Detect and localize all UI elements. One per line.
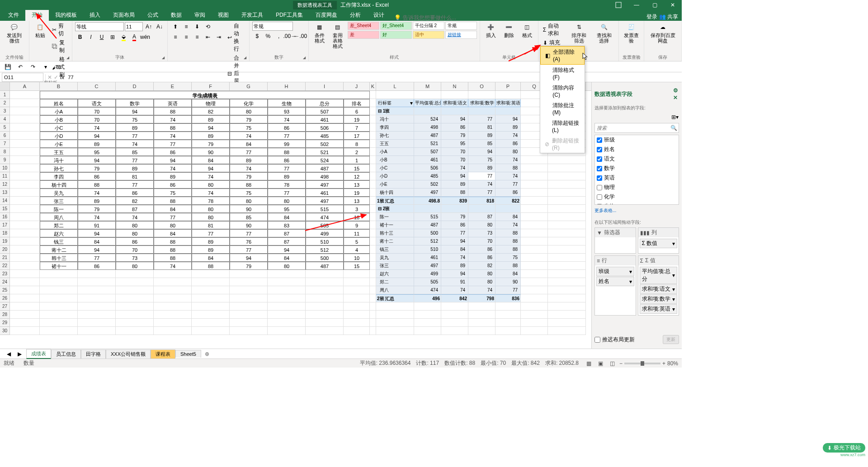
tab-insert[interactable]: 插入 [83, 9, 107, 21]
tab-layout[interactable]: 页面布局 [107, 9, 141, 21]
field-layout-button[interactable]: ⊞▾ [671, 113, 679, 121]
view-pagebreak-button[interactable]: ◫ [608, 359, 618, 368]
account-icon[interactable] [609, 0, 627, 10]
tab-data[interactable]: 数据 [165, 9, 188, 21]
field-item[interactable]: 数学 [595, 164, 679, 173]
style-hyperlink[interactable]: 超链接 [445, 31, 477, 39]
style-bad[interactable]: 差 [348, 31, 379, 39]
align-center-button[interactable]: ≡ [181, 32, 191, 42]
view-normal-button[interactable]: ▦ [584, 359, 594, 368]
add-sheet-button[interactable]: ⊕ [201, 351, 213, 357]
field-item[interactable]: 物理 [595, 183, 679, 192]
defer-layout-checkbox[interactable] [594, 337, 600, 343]
invoice-check-button[interactable]: 🧾发票查验 [622, 22, 641, 44]
tab-nav-prev[interactable]: ◀ [4, 349, 14, 359]
sheet-tab-3[interactable]: 田字格 [81, 349, 106, 359]
style-thousand[interactable]: 千位分隔 2 [413, 22, 444, 30]
fill-color-button[interactable]: ⬙ [118, 32, 128, 42]
sort-filter-button[interactable]: ⇅排序和筛选 [567, 22, 591, 44]
field-pane-gear-icon[interactable]: ⚙ [672, 87, 679, 94]
more-tables-link[interactable]: 更多表格... [594, 207, 679, 215]
decrease-font-button[interactable]: A↓ [155, 22, 165, 32]
increase-font-button[interactable]: A↑ [144, 22, 154, 32]
field-checkbox[interactable] [597, 156, 602, 162]
field-item[interactable]: 姓名 [595, 145, 679, 154]
delete-cells-button[interactable]: ➖删除 [501, 22, 517, 39]
tab-formula[interactable]: 公式 [141, 9, 165, 21]
sheet-tab-6[interactable]: Sheet5 [175, 350, 201, 358]
clear-contents-item[interactable]: 清除内容(C) [540, 82, 585, 100]
tab-nav-next[interactable]: ▶ [14, 349, 24, 359]
field-checkbox[interactable] [597, 185, 602, 190]
field-item[interactable]: 语文 [595, 154, 679, 164]
zoom-level[interactable]: 80% [667, 360, 678, 367]
font-size-select[interactable] [125, 22, 143, 31]
increase-decimal-button[interactable]: .00→ [285, 31, 295, 41]
field-chip[interactable]: 平均值项:总分▾ [640, 267, 678, 284]
align-right-button[interactable]: ≡ [192, 32, 202, 42]
field-chip[interactable]: 求和项:数学▾ [640, 294, 678, 304]
currency-button[interactable]: $ [252, 31, 262, 41]
indent-decrease-button[interactable]: ⇤ [203, 32, 213, 42]
italic-button[interactable]: I [86, 32, 96, 42]
field-item[interactable]: 生物 [595, 202, 679, 205]
field-chip[interactable]: 班级▾ [596, 267, 634, 276]
tab-review[interactable]: 审阅 [188, 9, 212, 21]
sheet-tab-5[interactable]: 课程表 [151, 349, 175, 359]
decrease-decimal-button[interactable]: ←.00 [296, 31, 306, 41]
border-button[interactable]: ⊞ [108, 32, 118, 42]
format-cells-button[interactable]: ◫格式 [519, 22, 535, 39]
cell-styles-gallery[interactable]: 差_Sheet4 好_Sheet4 千位分隔 2 常规 差 好 适中 超链接 [348, 22, 477, 39]
copy-button[interactable]: ⿻复制 [50, 38, 69, 55]
close-button[interactable]: ✕ [664, 0, 682, 10]
clear-formats-item[interactable]: 清除格式(F) [540, 65, 585, 82]
tab-mytemplate[interactable]: 我的模板 [49, 9, 83, 21]
find-select-button[interactable]: 🔍查找和选择 [592, 22, 616, 44]
tab-baidu[interactable]: 百度网盘 [309, 9, 344, 21]
align-bottom-button[interactable]: ⬇ [192, 22, 202, 32]
style-neutral[interactable]: 适中 [413, 31, 444, 39]
align-left-button[interactable]: ≡ [170, 32, 180, 42]
values-area[interactable]: ΣΣ 值 平均值项:总分▾求和项:语文▾求和项:数学▾求和项:英语▾ [638, 255, 679, 316]
insert-cells-button[interactable]: ➕插入 [483, 22, 499, 39]
tab-analyze[interactable]: 分析 [344, 9, 367, 21]
field-chip[interactable]: Σ 数值▾ [640, 239, 678, 248]
save-to-baidu-button[interactable]: ☁保存到百度网盘 [647, 22, 679, 44]
style-normal[interactable]: 常规 [445, 22, 477, 30]
minimize-button[interactable]: — [627, 0, 646, 10]
tab-pdf[interactable]: PDF工具集 [269, 9, 309, 21]
style-good[interactable]: 好 [380, 31, 412, 39]
field-checkbox[interactable] [597, 175, 602, 181]
tell-me[interactable]: 💡 [391, 14, 470, 21]
filters-area[interactable]: ▼筛选器 [594, 227, 636, 254]
tab-design[interactable]: 设计 [367, 9, 391, 21]
align-launcher[interactable]: ◢ [244, 56, 248, 60]
clear-all-item[interactable]: ◧全部清除(A) [540, 46, 585, 65]
share-button[interactable]: 👥 共享 [659, 13, 678, 21]
login-link[interactable]: 登录 [646, 13, 657, 21]
field-checkbox[interactable] [597, 166, 602, 171]
font-launcher[interactable]: ◢ [162, 56, 166, 60]
font-name-select[interactable] [75, 22, 124, 31]
field-chip[interactable]: 求和项:语文▾ [640, 284, 678, 294]
style-good-sheet4[interactable]: 好_Sheet4 [380, 22, 412, 30]
indent-increase-button[interactable]: ⇥ [214, 32, 224, 42]
underline-button[interactable]: U [97, 32, 107, 42]
field-search-input[interactable] [594, 123, 679, 133]
conditional-format-button[interactable]: ▦条件格式 [311, 22, 328, 44]
sheet-tab-2[interactable]: 员工信息 [51, 349, 81, 359]
zoom-in-button[interactable]: + [662, 360, 665, 367]
field-checkbox[interactable] [597, 194, 602, 200]
paste-button[interactable]: 📋 粘贴 [32, 22, 48, 39]
save-button[interactable]: 💾 [3, 62, 13, 72]
percent-button[interactable]: % [263, 31, 273, 41]
field-chip[interactable]: 姓名▾ [596, 277, 634, 286]
field-checkbox[interactable] [597, 204, 602, 205]
table-format-button[interactable]: ▤套用表格格式 [330, 22, 346, 50]
zoom-out-button[interactable]: − [619, 360, 623, 367]
sheet-tab-1[interactable]: 成绩表 [26, 349, 51, 359]
zoom-slider[interactable] [624, 363, 660, 364]
maximize-button[interactable]: ▢ [646, 0, 664, 10]
style-bad-sheet4[interactable]: 差_Sheet4 [348, 22, 379, 30]
formula-input[interactable] [66, 75, 680, 80]
